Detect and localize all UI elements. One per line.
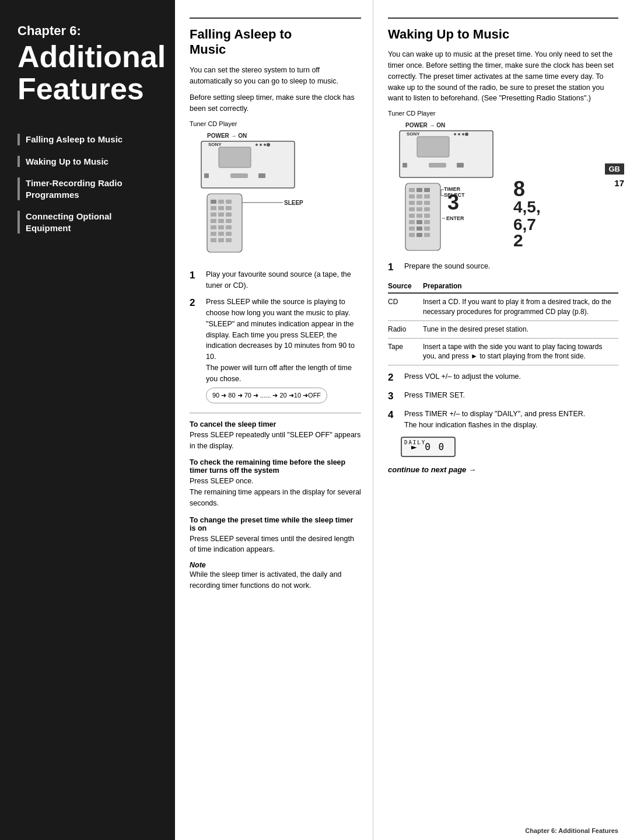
svg-rect-63 [409, 220, 415, 224]
svg-rect-53 [424, 194, 430, 198]
footer-text: Chapter 6: Additional Features [525, 827, 618, 834]
svg-rect-50 [424, 188, 430, 192]
device-label-right: Tuner CD Player [388, 110, 618, 117]
svg-point-5 [260, 144, 262, 146]
svg-text:POWER → ON: POWER → ON [207, 133, 247, 139]
svg-rect-52 [416, 194, 422, 198]
waking-up-section: Waking Up to Music You can wake up to mu… [373, 0, 630, 840]
table-col-source: Source [388, 280, 423, 293]
table-source-cd: CD [388, 293, 423, 320]
sidebar: Chapter 6: Additional Features Falling A… [0, 0, 175, 840]
svg-rect-32 [226, 238, 232, 242]
nav-item-waking-up[interactable]: Waking Up to Music [18, 156, 158, 168]
subhead-cancel: To cancel the sleep timer [190, 420, 361, 428]
svg-rect-25 [218, 225, 224, 229]
svg-rect-66 [409, 226, 415, 231]
svg-rect-48 [409, 188, 415, 192]
svg-rect-16 [218, 206, 224, 210]
table-row-radio: Radio Tune in the desired preset station… [388, 320, 618, 338]
svg-rect-9 [230, 173, 248, 178]
svg-text:SONY: SONY [407, 131, 420, 137]
table-prep-cd: Insert a CD. If you want to play it from… [423, 293, 618, 320]
waking-up-title: Waking Up to Music [388, 27, 618, 42]
table-row-tape: Tape Insert a tape with the side you wan… [388, 338, 618, 365]
nav-item-timer-recording[interactable]: Timer-Recording Radio Programmes [18, 177, 158, 200]
device-illustration-right: Tuner CD Player POWER → ON SONY [388, 110, 618, 255]
svg-point-40 [454, 133, 456, 135]
falling-asleep-section: Falling Asleep toMusic You can set the s… [175, 0, 373, 840]
svg-rect-22 [218, 219, 224, 223]
nav-item-falling-asleep[interactable]: Falling Asleep to Music [18, 134, 158, 145]
step2-middle: 2 Press SLEEP while the source is playin… [190, 297, 361, 407]
svg-rect-61 [416, 214, 422, 218]
step4-right-num: 4 [388, 409, 401, 431]
nav-link-connecting[interactable]: Connecting Optional Equipment [26, 211, 158, 233]
svg-rect-10 [258, 173, 265, 178]
svg-rect-46 [457, 163, 464, 168]
gb-badge: GB [605, 163, 625, 175]
waking-up-intro: You can wake up to music at the preset t… [388, 49, 618, 104]
nav-item-connecting[interactable]: Connecting Optional Equipment [18, 211, 158, 233]
nav-link-waking-up[interactable]: Waking Up to Music [26, 156, 158, 168]
svg-rect-56 [424, 201, 430, 205]
step2-right-content: Press VOL +/– to adjust the volume. [404, 371, 618, 384]
step1-right-content: Prepare the sound source. [404, 261, 618, 274]
nav-list: Falling Asleep to Music Waking Up to Mus… [18, 134, 158, 233]
svg-rect-13 [218, 200, 224, 204]
svg-rect-26 [226, 225, 232, 229]
svg-rect-38 [417, 137, 449, 157]
step2-right: 2 Press VOL +/– to adjust the volume. [388, 371, 618, 384]
svg-rect-24 [211, 225, 216, 229]
step2-detail2: The power will turn off after the length… [206, 364, 352, 383]
svg-rect-27 [211, 232, 216, 236]
nav-link-timer-recording[interactable]: Timer-Recording Radio Programmes [26, 177, 158, 200]
svg-rect-21 [211, 219, 216, 223]
svg-rect-57 [409, 207, 415, 211]
svg-rect-29 [226, 232, 232, 236]
continue-link[interactable]: continue to next page → [388, 465, 618, 474]
svg-rect-67 [416, 226, 422, 231]
svg-point-4 [256, 144, 258, 146]
step1-content: Play your favourite sound source (a tape… [206, 269, 361, 291]
svg-point-7 [267, 143, 270, 147]
table-source-tape: Tape [388, 338, 423, 365]
chapter-label: Chapter 6: [18, 23, 158, 39]
change-text: Press SLEEP several times until the desi… [190, 534, 361, 556]
svg-rect-20 [226, 212, 232, 217]
page-number: 17 [614, 178, 624, 188]
svg-rect-45 [429, 163, 446, 168]
svg-rect-18 [211, 212, 216, 217]
subhead-change: To change the preset time while the slee… [190, 516, 361, 532]
main-content: Falling Asleep toMusic You can set the s… [175, 0, 630, 840]
svg-text:8: 8 [513, 177, 525, 201]
note-text: While the sleep timer is activated, the … [190, 569, 361, 591]
svg-rect-17 [226, 206, 232, 210]
svg-rect-58 [416, 207, 422, 211]
svg-rect-2 [219, 147, 251, 168]
step2-detail1: "SLEEP" and minutes indication appear in… [206, 320, 355, 361]
svg-rect-30 [211, 238, 216, 242]
step1-num: 1 [190, 269, 202, 291]
falling-asleep-intro2: Before setting sleep timer, make sure th… [190, 92, 361, 114]
nav-link-falling-asleep[interactable]: Falling Asleep to Music [26, 134, 158, 145]
svg-rect-59 [424, 207, 430, 211]
table-prep-tape: Insert a tape with the side you want to … [423, 338, 618, 365]
step2-content: Press SLEEP while the source is playing … [206, 297, 361, 407]
step2-num: 2 [190, 297, 202, 407]
svg-rect-49 [416, 188, 422, 192]
svg-rect-62 [424, 214, 430, 218]
svg-rect-70 [416, 233, 422, 237]
step3-right-content: Press TIMER SET. [404, 390, 618, 403]
svg-rect-51 [409, 194, 415, 198]
subhead-check: To check the remaining time before the s… [190, 458, 361, 475]
chapter-title: Additional Features [18, 41, 158, 104]
svg-point-42 [462, 133, 464, 135]
device-label-middle: Tuner CD Player [190, 120, 361, 127]
svg-text:POWER → ON: POWER → ON [405, 122, 445, 128]
svg-rect-15 [211, 206, 216, 210]
svg-rect-31 [218, 238, 224, 242]
svg-text:3: 3 [447, 190, 459, 214]
device-svg-right: POWER → ON SONY [388, 119, 575, 253]
step1-right: 1 Prepare the sound source. [388, 261, 618, 274]
clock-display-container: DAILY ► 0 0 [401, 437, 618, 457]
